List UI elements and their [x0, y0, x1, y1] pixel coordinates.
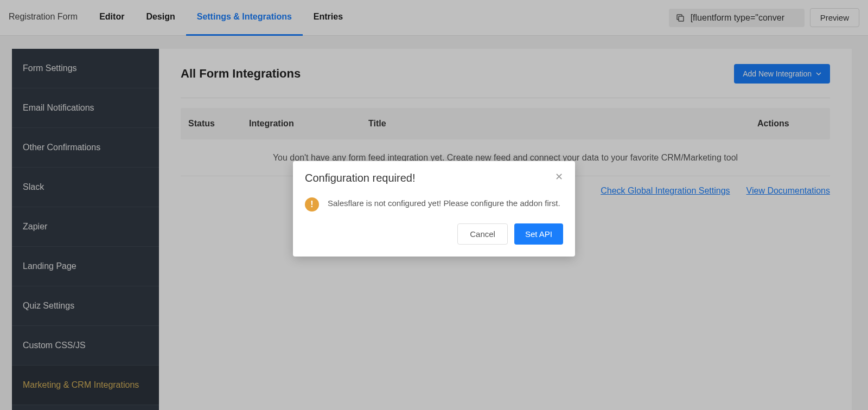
modal-message: Salesflare is not configured yet! Please… — [328, 196, 560, 210]
modal-overlay[interactable]: Configuration required! ✕ ! Salesflare i… — [0, 0, 868, 410]
configuration-modal: Configuration required! ✕ ! Salesflare i… — [293, 161, 575, 257]
set-api-button[interactable]: Set API — [514, 223, 563, 245]
close-icon[interactable]: ✕ — [555, 172, 563, 182]
modal-body: ! Salesflare is not configured yet! Plea… — [293, 189, 575, 223]
modal-footer: Cancel Set API — [293, 223, 575, 257]
cancel-button[interactable]: Cancel — [457, 223, 508, 245]
modal-header: Configuration required! ✕ — [293, 161, 575, 189]
modal-title: Configuration required! — [305, 172, 415, 184]
warning-icon: ! — [305, 197, 319, 212]
